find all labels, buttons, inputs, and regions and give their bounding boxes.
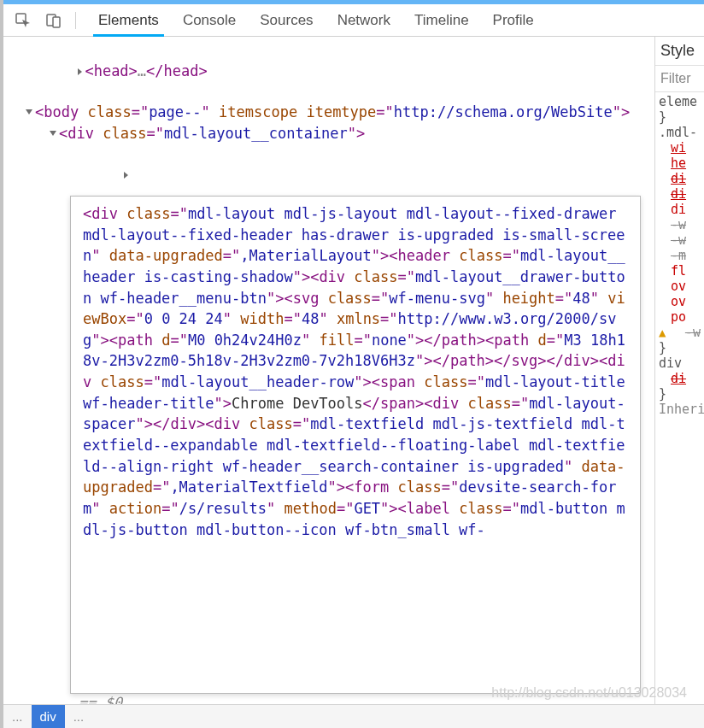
styles-rules[interactable]: eleme}.mdl-wihedididi-w-w-mflovovpo▲ -w}… [655,92,704,704]
styles-sidebar: Style Filter eleme}.mdl-wihedididi-w-w-m… [654,37,704,704]
tab-elements[interactable]: Elements [86,4,171,36]
css-property[interactable]: wi [659,140,701,156]
css-property[interactable]: po [659,309,701,325]
css-property[interactable]: ov [659,294,701,309]
css-property[interactable]: fl [659,263,701,279]
panel-tabs: ElementsConsoleSourcesNetworkTimelinePro… [86,4,546,36]
main-panels: <head>…</head> <body class="page--" item… [3,37,704,704]
css-property[interactable]: -w [659,217,701,232]
css-selector[interactable]: eleme [659,94,701,109]
elements-panel[interactable]: <head>…</head> <body class="page--" item… [3,37,654,704]
dom-node-body[interactable]: <body class="page--" itemscope itemtype=… [10,102,654,122]
css-property[interactable]: -w [659,232,701,248]
css-selector[interactable]: Inheri [659,402,701,417]
css-property[interactable]: he [659,156,701,171]
tab-profile[interactable]: Profile [481,4,546,36]
toolbar-separator [75,12,76,29]
styles-filter-input[interactable]: Filter [655,66,704,92]
watermark-text: http://blog.csdn.net/u013028034 [491,685,687,701]
expand-caret-icon[interactable] [124,172,128,179]
ellipsis: … [138,62,146,79]
css-property[interactable]: di [659,186,701,202]
tab-console[interactable]: Console [171,4,248,36]
expand-caret-icon[interactable] [78,68,82,75]
css-property[interactable]: di [659,202,701,217]
css-block-close: } [659,340,701,355]
css-property[interactable]: ov [659,279,701,294]
breadcrumb-node[interactable]: div [32,705,65,728]
css-block-close: } [659,386,701,402]
tag-open: <head> [85,62,137,79]
expand-caret-icon[interactable] [50,131,56,136]
css-selector[interactable]: div [659,355,701,371]
expand-caret-icon[interactable] [26,109,32,114]
breadcrumb-ellipsis[interactable]: ... [65,705,93,728]
dom-breadcrumb: ...div... [3,704,704,728]
css-property[interactable]: -m [659,248,701,263]
css-property[interactable]: ▲ -w [659,325,701,340]
selected-node-indicator: == $0 [79,692,122,704]
devtools-toolbar: ElementsConsoleSourcesNetworkTimelinePro… [3,4,704,37]
styles-header[interactable]: Style [655,37,704,66]
tab-timeline[interactable]: Timeline [402,4,481,36]
breadcrumb-ellipsis[interactable]: ... [3,705,32,728]
css-property[interactable]: di [659,371,701,386]
css-selector[interactable]: .mdl- [659,125,701,140]
dom-node-head[interactable]: <head>…</head> [10,40,654,102]
dom-node-div-container[interactable]: <div class="mdl-layout__container"> [10,123,654,144]
dom-html-tooltip: <div class="mdl-layout mdl-js-layout mdl… [70,196,641,694]
svg-rect-2 [53,17,60,27]
css-block-close: } [659,109,701,125]
device-toolbar-icon[interactable] [43,9,65,32]
css-property[interactable]: di [659,171,701,186]
inspect-element-icon[interactable] [12,9,34,32]
tab-sources[interactable]: Sources [248,4,325,36]
tag-close: </head> [146,62,208,79]
tab-network[interactable]: Network [326,4,402,36]
